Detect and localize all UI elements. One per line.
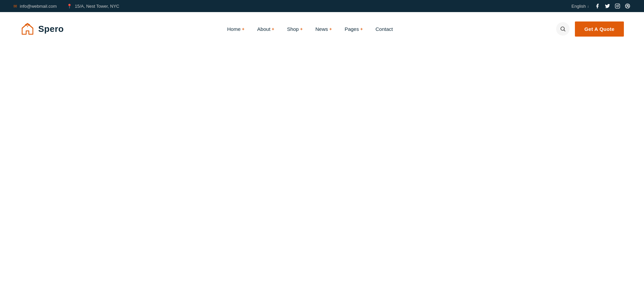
get-quote-button[interactable]: Get A Quote — [575, 21, 624, 37]
header-actions: Get A Quote — [556, 21, 624, 37]
svg-line-6 — [564, 30, 565, 31]
nav-item-shop[interactable]: Shop + — [282, 23, 308, 35]
nav-item-about[interactable]: About + — [252, 23, 280, 35]
social-icons — [594, 3, 631, 9]
search-icon — [560, 26, 566, 32]
twitter-icon[interactable] — [604, 3, 610, 9]
email-item: ✉ info@webmail.com — [13, 4, 57, 9]
logo[interactable]: Spero — [20, 21, 64, 36]
nav-pages-plus: + — [360, 27, 363, 32]
svg-point-4 — [27, 26, 28, 27]
logo-text: Spero — [38, 24, 64, 34]
nav-news-plus: + — [329, 27, 332, 32]
svg-point-1 — [616, 5, 618, 7]
nav-item-home[interactable]: Home + — [222, 23, 250, 35]
nav-contact-label: Contact — [376, 26, 393, 32]
top-bar-left: ✉ info@webmail.com 📍 15/A, Nest Tower, N… — [13, 4, 119, 9]
top-bar-right: English ↓ — [572, 3, 631, 9]
location-icon: 📍 — [67, 4, 72, 9]
language-selector[interactable]: English ↓ — [572, 4, 589, 9]
nav-item-news[interactable]: News + — [310, 23, 337, 35]
main-content — [0, 46, 644, 298]
nav-home-plus: + — [242, 27, 245, 32]
logo-icon — [20, 21, 35, 36]
language-text: English — [572, 4, 586, 9]
nav-item-pages[interactable]: Pages + — [339, 23, 368, 35]
nav-shop-label: Shop — [287, 26, 299, 32]
main-header: Spero Home + About + Shop + News + Pages… — [0, 12, 644, 46]
svg-rect-0 — [615, 4, 620, 8]
nav-pages-label: Pages — [344, 26, 359, 32]
nav-about-label: About — [257, 26, 270, 32]
nav-item-contact[interactable]: Contact — [370, 23, 398, 35]
svg-point-2 — [619, 5, 619, 5]
nav-home-label: Home — [227, 26, 240, 32]
address-item: 📍 15/A, Nest Tower, NYC — [67, 4, 119, 9]
nav-shop-plus: + — [300, 27, 303, 32]
search-button[interactable] — [556, 22, 570, 36]
language-arrow-icon: ↓ — [587, 4, 589, 8]
top-bar: ✉ info@webmail.com 📍 15/A, Nest Tower, N… — [0, 0, 644, 12]
nav-about-plus: + — [272, 27, 274, 32]
instagram-icon[interactable] — [614, 3, 621, 9]
facebook-icon[interactable] — [594, 3, 600, 9]
address-text: 15/A, Nest Tower, NYC — [75, 4, 119, 9]
nav-news-label: News — [315, 26, 328, 32]
main-nav: Home + About + Shop + News + Pages + Con… — [222, 23, 398, 35]
dribbble-icon[interactable] — [625, 3, 631, 9]
email-icon: ✉ — [13, 4, 17, 9]
email-text: info@webmail.com — [20, 4, 57, 9]
